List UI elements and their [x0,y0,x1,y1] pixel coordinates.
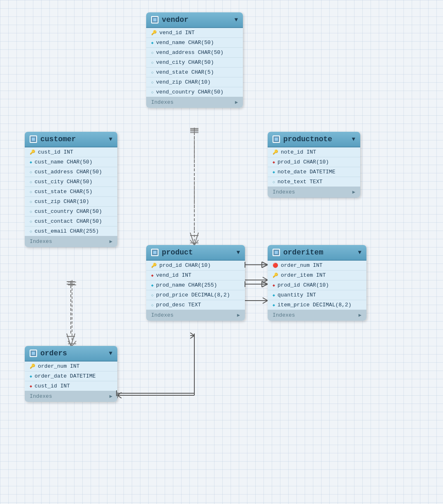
idx-icon: ◆ [273,170,275,175]
customer-header[interactable]: customer ▼ [25,132,117,147]
col-icon: ◇ [30,180,32,184]
svg-line-26 [263,301,268,303]
product-header[interactable]: product ▼ [146,245,245,261]
vendor-dropdown[interactable]: ▼ [235,16,238,23]
col-name: vend_name CHAR(50) [156,40,214,46]
orderitem-dropdown[interactable]: ▼ [358,249,361,256]
table-row: 🔑 order_num INT [25,362,117,371]
table-row: ◆ prod_name CHAR(255) [146,280,245,290]
vendor-header[interactable]: vendor ▼ [146,12,243,28]
col-name: prod_id CHAR(10) [277,159,329,165]
customer-indexes[interactable]: Indexes ▶ [25,236,117,247]
table-row: ◇ cust_city CHAR(50) [25,177,117,187]
orderitem-title: orderitem [283,248,355,257]
productnote-header[interactable]: productnote ▼ [268,132,360,147]
svg-line-20 [263,277,268,280]
table-row: 🔑 cust_id INT [25,147,117,157]
svg-line-56 [190,333,194,336]
indexes-arrow: ▶ [352,189,355,195]
vendor-indexes[interactable]: Indexes ▶ [146,97,243,108]
col-name: cust_name CHAR(50) [35,159,92,165]
svg-line-45 [262,265,268,268]
table-row: 🔑 order_item INT [268,271,366,280]
idx-icon: ◆ [30,374,32,379]
col-icon: ◇ [151,80,154,85]
orders-dropdown[interactable]: ▼ [109,350,112,357]
vendor-table-icon [151,16,159,23]
col-name: vend_address CHAR(50) [156,49,224,56]
svg-line-25 [263,298,268,301]
svg-line-50 [262,284,268,287]
col-name: cust_id INT [35,383,70,389]
indexes-arrow: ▶ [359,312,361,318]
col-icon: ◇ [151,60,154,65]
table-row: ◇ note_text TEXT [268,177,360,187]
col-icon: ◇ [151,50,154,55]
table-row: ◇ vend_state CHAR(5) [146,68,243,77]
customer-dropdown[interactable]: ▼ [109,136,112,142]
productnote-body: 🔑 note_id INT ◆ prod_id CHAR(10) ◆ note_… [268,147,360,187]
col-name: prod_id CHAR(10) [159,262,211,268]
col-icon: ◇ [30,209,32,214]
customer-body: 🔑 cust_id INT ◆ cust_name CHAR(50) ◇ cus… [25,147,117,236]
indexes-label: Indexes [151,99,174,105]
product-indexes[interactable]: Indexes ▶ [146,310,245,321]
svg-line-37 [67,334,71,346]
svg-line-21 [263,280,268,283]
product-body: 🔑 prod_id CHAR(10) ◆ vend_id INT ◆ prod_… [146,261,245,310]
orders-table: orders ▼ 🔑 order_num INT ◆ order_date DA… [25,346,117,402]
col-icon: ◇ [151,90,154,95]
table-row: ◇ prod_desc TEXT [146,300,245,310]
table-row: ◇ prod_price DECIMAL(8,2) [146,290,245,300]
col-icon: ◇ [30,229,32,234]
orderitem-body: 🔴 order_num INT 🔑 order_item INT ◆ prod_… [268,261,366,310]
table-row: ◇ vend_address CHAR(50) [146,48,243,58]
col-name: cust_country CHAR(50) [35,208,102,215]
svg-line-32 [194,233,198,245]
pk-icon: 🔑 [151,30,157,35]
orders-header[interactable]: orders ▼ [25,346,117,362]
col-name: order_num INT [38,363,79,369]
table-row: 🔑 note_id INT [268,147,360,157]
col-name: cust_address CHAR(50) [35,169,102,175]
table-row: ◆ cust_name CHAR(50) [25,157,117,167]
col-name: order_num INT [281,262,322,268]
table-row: ◇ cust_zip CHAR(10) [25,197,117,207]
col-name: order_date DATETIME [35,373,96,379]
col-name: cust_city CHAR(50) [35,179,92,185]
svg-line-44 [262,262,268,265]
product-dropdown[interactable]: ▼ [237,249,240,256]
svg-line-31 [190,233,194,245]
orders-indexes[interactable]: Indexes ▶ [25,391,117,402]
col-name: prod_name CHAR(255) [156,282,217,288]
indexes-label: Indexes [273,189,295,195]
table-row: ◆ cust_id INT [25,381,117,391]
table-row: ◇ cust_address CHAR(50) [25,167,117,177]
indexes-label: Indexes [273,312,295,318]
table-row: ◇ cust_state CHAR(5) [25,187,117,197]
orderitem-header[interactable]: orderitem ▼ [268,245,366,261]
col-name: vend_id INT [156,272,191,278]
svg-line-49 [262,281,268,284]
col-name: note_text TEXT [277,179,322,185]
svg-line-18 [117,395,121,398]
productnote-indexes[interactable]: Indexes ▶ [268,187,360,198]
fk-red-icon: 🔴 [273,263,278,268]
col-name: order_item INT [281,272,326,278]
productnote-title: productnote [283,135,349,143]
table-row: ◇ vend_zip CHAR(10) [146,77,243,87]
indexes-label: Indexes [151,312,174,318]
orders-table-icon [30,350,37,357]
table-row: 🔴 order_num INT [268,261,366,271]
productnote-dropdown[interactable]: ▼ [352,136,355,142]
table-row: ◇ vend_country CHAR(50) [146,87,243,97]
col-name: quantity INT [277,292,316,298]
table-row: ◆ prod_id CHAR(10) [268,280,366,290]
table-row: ◇ cust_country CHAR(50) [25,207,117,217]
table-row: ◆ item_price DECIMAL(8,2) [268,300,366,310]
orderitem-indexes[interactable]: Indexes ▶ [268,310,366,321]
indexes-label: Indexes [30,238,52,245]
idx-icon: ◆ [151,40,154,45]
col-icon: ◇ [151,70,154,75]
fk-icon: ◆ [273,160,275,165]
